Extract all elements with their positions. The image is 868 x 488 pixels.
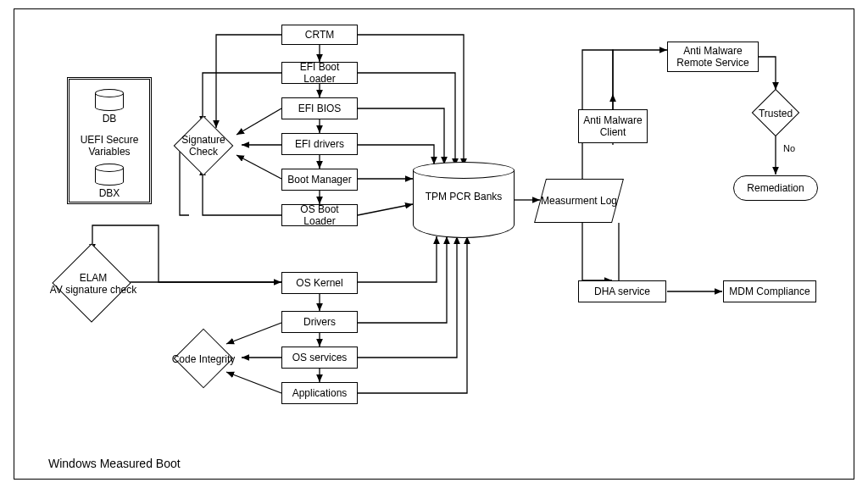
uefi-group-label: UEFI Secure Variables [70,133,148,158]
elam-label: ELAM AV signature check [43,267,143,301]
os-boot-loader-box: OS Boot Loader [281,204,358,226]
anti-malware-client-box: Anti Malware Client [578,109,648,143]
svg-line-13 [226,323,281,344]
signature-check-label: Signature Check [167,135,240,157]
svg-line-8 [236,108,281,135]
tpm-pcr-banks-label: TPM PCR Banks [413,191,515,202]
measurement-log-label: Measurment Log [540,179,618,223]
diagram-frame: DB UEFI Secure Variables DBX Signature C… [14,8,854,480]
dha-service-box: DHA service [578,280,666,302]
efi-boot-loader-box: EFI Boot Loader [281,62,358,84]
db-cylinder [95,89,124,111]
drivers-label: Drivers [303,316,336,328]
dha-service-label: DHA service [594,286,650,297]
efi-bios-box: EFI BIOS [281,97,358,119]
applications-label: Applications [292,387,348,399]
svg-line-15 [226,372,281,393]
diagram-title: Windows Measured Boot [48,457,181,470]
efi-bios-label: EFI BIOS [298,103,342,114]
os-services-label: OS services [292,352,348,363]
efi-boot-loader-label: EFI Boot Loader [286,61,353,86]
os-boot-loader-label: OS Boot Loader [286,203,353,228]
anti-malware-remote-box: Anti Malware Remote Service [667,42,759,72]
mdm-compliance-label: MDM Compliance [729,286,810,297]
dbx-cylinder [95,164,124,186]
anti-malware-remote-label: Anti Malware Remote Service [671,45,754,69]
mdm-compliance-box: MDM Compliance [723,280,816,302]
boot-manager-label: Boot Manager [287,174,351,186]
efi-drivers-box: EFI drivers [281,133,358,155]
os-services-box: OS services [281,347,358,369]
drivers-box: Drivers [281,311,358,333]
remediation-label: Remediation [747,182,804,194]
crtm-box: CRTM [281,25,358,45]
os-kernel-label: OS Kernel [296,277,342,289]
boot-manager-box: Boot Manager [281,169,358,191]
trusted-label: Trusted [747,105,804,122]
remediation-terminator: Remediation [733,175,818,201]
applications-box: Applications [281,382,358,404]
efi-drivers-label: EFI drivers [295,138,344,150]
svg-line-10 [236,155,281,179]
trusted-no-label: No [782,143,797,153]
dbx-label: DBX [95,187,124,199]
svg-line-12 [358,204,413,215]
os-kernel-box: OS Kernel [281,272,358,294]
code-integrity-label: Code Integrity [165,348,242,370]
crtm-label: CRTM [305,29,334,41]
db-label: DB [95,113,124,125]
anti-malware-client-label: Anti Malware Client [582,114,643,139]
